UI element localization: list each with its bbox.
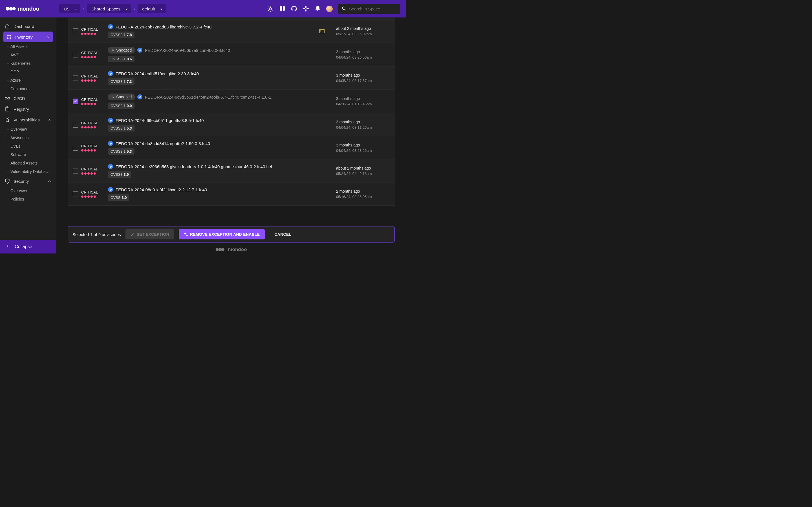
dashboard-icon bbox=[4, 23, 10, 29]
selection-count: Selected 1 of 9 advisories bbox=[72, 232, 121, 237]
sidebar-sub-vuln-5[interactable]: Vulnerability Databa… bbox=[0, 167, 56, 176]
svg-point-15 bbox=[7, 35, 8, 36]
breadcrumb-sep: › bbox=[133, 6, 136, 11]
github-icon[interactable] bbox=[291, 5, 297, 12]
sidebar-item-registry[interactable]: Registry bbox=[0, 104, 56, 114]
time-absolute: 05/24/24, 04:49:18am bbox=[336, 172, 390, 176]
fedora-icon bbox=[137, 94, 142, 100]
advisory-row[interactable]: CRITICAL FEDORA-2024-ce2936b568 glycin-l… bbox=[68, 159, 395, 182]
remove-exception-button[interactable]: REMOVE EXCEPTION AND ENABLE bbox=[179, 229, 265, 239]
region-label: US bbox=[64, 6, 70, 11]
cvss-badge: CVSS3.19.0 bbox=[108, 103, 135, 109]
topbar-actions bbox=[267, 5, 333, 12]
slack-icon[interactable] bbox=[303, 5, 309, 12]
sidebar-sub-inventory-4[interactable]: Azure bbox=[0, 76, 56, 84]
row-checkbox[interactable] bbox=[73, 29, 79, 34]
avatar[interactable] bbox=[326, 6, 333, 12]
severity-label: CRITICAL bbox=[81, 190, 105, 194]
cvss-badge: CVSS3.18.6 bbox=[108, 56, 135, 62]
search-icon bbox=[342, 6, 347, 11]
time-relative: 3 months ago bbox=[336, 120, 390, 124]
bell-icon[interactable] bbox=[314, 5, 321, 12]
sidebar-sub-vuln-0[interactable]: Overview bbox=[0, 125, 56, 133]
sidebar-sub-security-1[interactable]: Policies bbox=[0, 195, 56, 203]
sidebar-sub-inventory-2[interactable]: Kubernetes bbox=[0, 59, 56, 68]
brand-logo[interactable]: mondoo bbox=[6, 6, 56, 12]
advisory-title: FEDORA-2024-0c9d3b51d4 tpm2-tools-5.7-1.… bbox=[145, 95, 272, 100]
advisory-title: FEDORA-2024-ce2936b568 glycin-loaders-1.… bbox=[116, 164, 272, 169]
row-checkbox[interactable] bbox=[73, 75, 79, 81]
sidebar-sub-vuln-1[interactable]: Advisories bbox=[0, 133, 56, 142]
chevron-left-icon bbox=[6, 244, 10, 249]
tools-icon bbox=[184, 232, 188, 237]
sidebar-sub-security-0[interactable]: Overview bbox=[0, 186, 56, 195]
advisory-row[interactable]: CRITICAL FEDORA-2024-da8cdd8414 nghttp2-… bbox=[68, 136, 395, 159]
time-absolute: 05/16/24, 03:36:05am bbox=[336, 194, 390, 199]
cancel-button[interactable]: CANCEL bbox=[269, 229, 296, 239]
sidebar-sub-inventory-3[interactable]: GCP bbox=[0, 68, 56, 76]
sidebar-sub-vuln-4[interactable]: Affected Assets bbox=[0, 159, 56, 167]
search-box[interactable] bbox=[338, 4, 400, 14]
sidebar-sub-inventory-5[interactable]: Containers bbox=[0, 84, 56, 93]
svg-point-14 bbox=[342, 7, 345, 10]
time-relative: 3 months ago bbox=[336, 143, 390, 147]
svg-point-16 bbox=[10, 35, 11, 36]
collapse-label: Collapse bbox=[15, 244, 32, 249]
collapse-button[interactable]: Collapse bbox=[0, 240, 56, 253]
sidebar-sub-vuln-2[interactable]: CVEs bbox=[0, 142, 56, 151]
time-relative: 3 months ago bbox=[336, 73, 390, 77]
time-relative: 3 months ago bbox=[336, 50, 390, 54]
time-relative: about 2 months ago bbox=[336, 166, 390, 170]
advisory-row[interactable]: CVSS8.9 05/08/24, 07:43:24pm bbox=[68, 17, 395, 20]
row-checkbox[interactable] bbox=[73, 145, 79, 151]
advisory-title: FEDORA-2024-08e01e9f2f libxml2-2.12.7-1.… bbox=[116, 187, 207, 192]
sidebar-item-dashboard[interactable]: Dashboard bbox=[0, 21, 56, 32]
footer-brand: mondoo bbox=[228, 247, 247, 252]
docs-icon[interactable] bbox=[279, 5, 286, 12]
advisory-row[interactable]: CRITICAL FEDORA-2024-f69ecb0511 gnutls-3… bbox=[68, 113, 395, 136]
sidebar-item-vulnerabilities[interactable]: Vulnerabilities bbox=[0, 114, 56, 125]
svg-point-17 bbox=[7, 38, 8, 39]
svg-rect-10 bbox=[305, 6, 306, 8]
org-selector[interactable]: Shared Spaces bbox=[87, 4, 131, 13]
advisory-row[interactable]: CRITICAL Snoozed FEDORA-2024-0c9d3b51d4 … bbox=[68, 90, 395, 113]
space-selector[interactable]: default bbox=[138, 4, 166, 13]
sidebar-sub-vuln-3[interactable]: Software bbox=[0, 151, 56, 159]
chevron-up-icon bbox=[47, 179, 52, 183]
svg-rect-13 bbox=[306, 8, 309, 9]
advisory-title: FEDORA-2024-da8cdd8414 nghttp2-1.59.0-3.… bbox=[116, 141, 210, 146]
time-absolute: 04/04/24, 08:11:26am bbox=[336, 125, 390, 129]
severity-label: CRITICAL bbox=[81, 144, 105, 148]
sidebar-item-label: Registry bbox=[13, 107, 29, 112]
sidebar-item-security[interactable]: Security bbox=[0, 176, 56, 186]
fedora-icon bbox=[137, 48, 142, 53]
theme-icon[interactable] bbox=[267, 5, 274, 12]
row-checkbox[interactable] bbox=[73, 122, 79, 128]
sidebar-sub-inventory-0[interactable]: All Assets bbox=[0, 42, 56, 51]
sidebar-item-inventory[interactable]: Inventory bbox=[3, 32, 53, 42]
svg-point-22 bbox=[215, 248, 219, 251]
footer-logo: mondoo bbox=[215, 247, 247, 252]
row-checkbox[interactable] bbox=[73, 191, 79, 197]
severity-dots bbox=[81, 149, 105, 152]
region-selector[interactable]: US bbox=[59, 4, 80, 13]
search-input[interactable] bbox=[349, 6, 397, 11]
sidebar-item-cicd[interactable]: CI/CD bbox=[0, 93, 56, 104]
time-relative: 3 months ago bbox=[336, 96, 390, 101]
sidebar-sub-inventory-1[interactable]: AWS bbox=[0, 51, 56, 59]
severity-label: CRITICAL bbox=[81, 74, 105, 78]
time-absolute: 04/05/24, 03:17:57am bbox=[336, 78, 390, 83]
fedora-icon bbox=[108, 164, 113, 169]
advisory-row[interactable]: CRITICAL FEDORA-2024-cbb72aad83 libarchi… bbox=[68, 20, 395, 43]
severity-label: CRITICAL bbox=[81, 98, 105, 102]
sidebar-item-label: Inventory bbox=[15, 35, 33, 40]
row-checkbox[interactable] bbox=[73, 99, 79, 104]
advisory-row[interactable]: CRITICAL FEDORA-2024-08e01e9f2f libxml2-… bbox=[68, 182, 395, 206]
advisory-title: FEDORA-2024-eafbf519ec glibc-2.39-8.fc40 bbox=[116, 71, 199, 76]
row-checkbox[interactable] bbox=[73, 168, 79, 174]
advisory-row[interactable]: CRITICAL FEDORA-2024-eafbf519ec glibc-2.… bbox=[68, 66, 395, 90]
advisory-row[interactable]: CRITICAL Snoozed FEDORA-2024-a09456b7a9 … bbox=[68, 43, 395, 66]
severity-label: CRITICAL bbox=[81, 167, 105, 171]
severity-dots bbox=[81, 33, 105, 35]
row-checkbox[interactable] bbox=[73, 52, 79, 57]
